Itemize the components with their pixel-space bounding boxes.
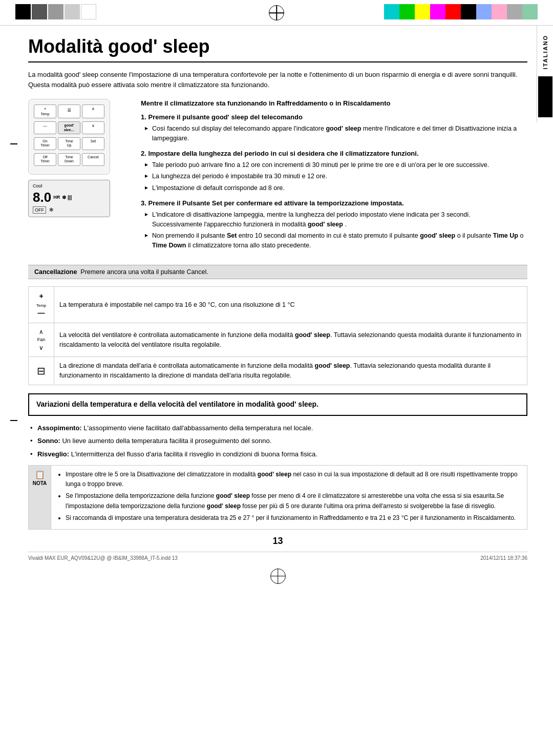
step-3-bullet-1: L'indicatore di disattivazione lampeggia… [145, 210, 527, 229]
display-icons: ❄ ||| [62, 195, 72, 200]
swatch-magenta [430, 4, 445, 19]
feature-temp-text: La temperatura è impostabile nel campo t… [54, 286, 527, 323]
feature-swing-text: La direzione di mandata dell'aria è cont… [54, 357, 527, 385]
remote-cancel: Cancel [82, 153, 104, 166]
display-unit: Cool 8.0 HR ❄ ||| OFF ✻ [28, 180, 110, 217]
remote-fan-up: ∧ [82, 104, 104, 118]
step-2: 2. Impostare della lunghezza del periodo… [141, 150, 527, 193]
step-1-title: 1. Premere il pulsante good' sleep del t… [141, 113, 527, 121]
features-table: + Temp — La temperatura è impostabile ne… [28, 286, 527, 385]
remote-set: Set [82, 137, 104, 150]
step-2-title: 2. Impostare della lunghezza del periodo… [141, 150, 527, 157]
bullet-risveglio: Risveglio: L'intermittenza del flusso d'… [28, 449, 527, 459]
remote-good-sleep: good'slee… [58, 121, 80, 134]
step-2-bullet-3: L'impostazione di default corrisponde ad… [145, 183, 527, 193]
swing-icon: ⊟ [37, 365, 46, 376]
variazioni-box: Variazioni della temperatura e della vel… [28, 393, 527, 416]
color-swatch-light-gray [65, 4, 80, 19]
step-1-bullets: Così facendo sul display del telecomando… [145, 124, 527, 143]
step-3-bullets: L'indicatore di disattivazione lampeggia… [145, 210, 527, 250]
feature-row-swing: ⊟ La direzione di mandata dell'aria è co… [29, 357, 527, 385]
color-swatch-mid-gray [48, 4, 63, 19]
swatch-teal [522, 4, 538, 19]
remote-time-up: TimeUp [58, 137, 80, 150]
swatch-cyan [384, 4, 399, 19]
remote-illustration: +Temp ≡ ∧ — good'slee… ∨ OnTimer TimeUp … [28, 99, 131, 257]
swatch-blue [476, 4, 492, 19]
feature-row-temp: + Temp — La temperatura è impostabile ne… [29, 286, 527, 323]
nota-item-3: Si raccomanda di impostare una temperatu… [66, 513, 521, 523]
registration-mark-bottom [270, 569, 286, 584]
color-swatch-white [81, 4, 96, 19]
nota-label: 📋 NOTA [29, 466, 51, 529]
nota-item-1: Impostare oltre le 5 ore la Disattivazio… [66, 470, 521, 489]
step-1-bullet-1: Così facendo sul display del telecomando… [145, 124, 527, 143]
remote-temp-minus: — [34, 121, 56, 134]
bullet-sonno: Sonno: Un lieve aumento della temperatur… [28, 436, 527, 446]
footer-left: Vivaldi MAX EUR_AQV09&12U@ @ IB&IM_33988… [28, 555, 178, 561]
step-3-bullet-2: Non premendo il pulsante Set entro 10 se… [145, 231, 527, 250]
bullet-assopimento: Assopimento: L'assopimento viene facilit… [28, 423, 527, 433]
footer-right: 2014/12/11 18:37:36 [480, 555, 527, 561]
intro-text: La modalità good' sleep consente l'impos… [28, 70, 527, 90]
swatch-pink [492, 4, 507, 19]
swatch-green [399, 4, 415, 19]
swing-icon-cell: ⊟ [29, 357, 54, 385]
step-3: 3. Premere il Pulsante Set per confermar… [141, 199, 527, 250]
display-number: 8.0 [33, 190, 51, 205]
nota-content: Impostare oltre le 5 ore la Disattivazio… [51, 466, 527, 529]
fan-icon-cell: ∧ Fan ∨ [29, 323, 54, 357]
remote-off-timer: OffTimer [34, 153, 56, 166]
feature-fan-text: La velocità del ventilatore è controllat… [54, 323, 527, 357]
display-hr: HR [53, 195, 60, 200]
instructions-column: Mentre il climatizzatore sta funzionando… [141, 99, 527, 257]
temp-icon-cell: + Temp — [29, 286, 54, 323]
page-number: 13 [28, 536, 527, 547]
step-2-bullet-2: La lunghezza del periodo è impostabile t… [145, 172, 527, 181]
swatch-red [445, 4, 461, 19]
step-3-title: 3. Premere il Pulsante Set per confermar… [141, 199, 527, 207]
nota-icon: 📋 [35, 470, 45, 479]
color-swatch-dark-gray [32, 4, 47, 19]
remote-fan-down: ∨ [82, 121, 104, 134]
display-cool-label: Cool [33, 183, 105, 188]
swatch-black2 [461, 4, 476, 19]
display-off: OFF [33, 206, 46, 214]
steps-list: 1. Premere il pulsante good' sleep del t… [141, 113, 527, 250]
remote-time-down: TimeDown [58, 153, 80, 166]
nota-item-2: Se l'impostazione della temporizzazione … [66, 491, 521, 511]
nota-box: 📋 NOTA Impostare oltre le 5 ore la Disat… [28, 465, 527, 530]
swatch-gray [507, 4, 522, 19]
step-2-bullets: Tale periodo può arrivare fino a 12 ore … [145, 160, 527, 193]
step-1: 1. Premere il pulsante good' sleep del t… [141, 113, 527, 143]
registration-mark-top [269, 5, 284, 20]
main-bullets-list: Assopimento: L'assopimento viene facilit… [28, 423, 527, 459]
remote-temp-plus: +Temp [34, 104, 56, 118]
color-swatches-right [384, 4, 538, 19]
remote-on-timer: OnTimer [34, 137, 56, 150]
italiano-black-block [538, 76, 552, 117]
step-2-bullet-1: Tale periodo può arrivare fino a 12 ore … [145, 160, 527, 170]
remote-fan: ≡ [58, 104, 80, 118]
color-swatch-black [15, 4, 31, 19]
cancellazione-bar: Cancellazione Premere ancora una volta i… [28, 265, 527, 279]
swatch-yellow [415, 4, 430, 19]
page-title: Modalità good' sleep [28, 36, 527, 62]
italiano-label: ITALIANO [542, 31, 548, 73]
feature-row-fan: ∧ Fan ∨ La velocità del ventilatore è co… [29, 323, 527, 357]
section-heading: Mentre il climatizzatore sta funzionando… [141, 99, 527, 108]
